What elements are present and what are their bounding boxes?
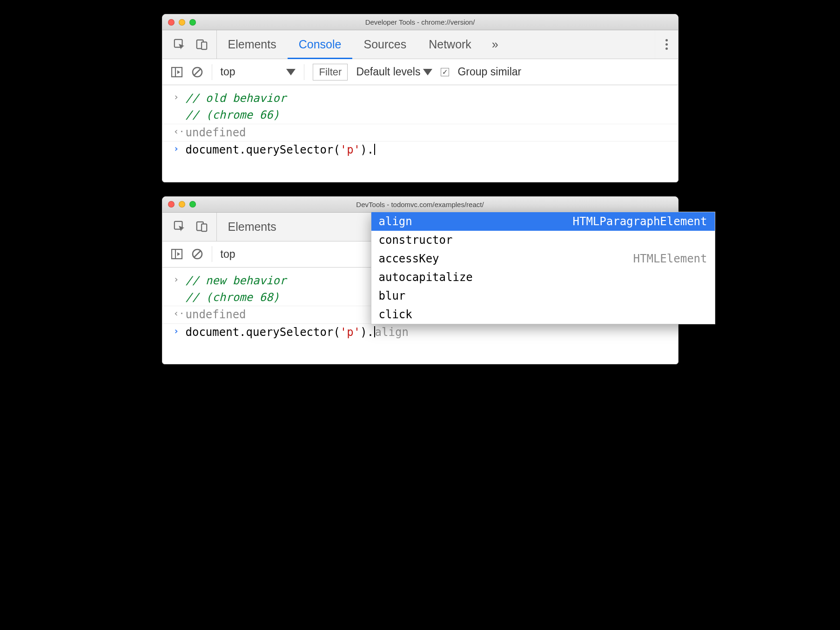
svg-rect-10	[172, 249, 182, 259]
group-similar-checkbox[interactable]: ✓	[441, 68, 449, 76]
context-selector[interactable]: top	[221, 248, 235, 261]
console-row: ‹· undefined	[162, 124, 678, 141]
traffic-lights	[168, 201, 196, 208]
autocomplete-ghost: align	[375, 326, 409, 339]
autocomplete-name: click	[379, 308, 412, 321]
close-icon[interactable]	[168, 19, 175, 26]
autocomplete-name: constructor	[379, 234, 453, 247]
svg-line-6	[194, 69, 201, 75]
context-label: top	[221, 248, 235, 261]
autocomplete-name: align	[379, 215, 412, 228]
autocomplete-item[interactable]: blur	[371, 287, 715, 305]
inspect-icon[interactable]	[174, 221, 186, 233]
autocomplete-type: HTMLParagraphElement	[573, 215, 707, 228]
maximize-icon[interactable]	[189, 201, 196, 208]
console-row: › // old behavior	[162, 90, 678, 107]
autocomplete-item[interactable]: accessKey HTMLElement	[371, 249, 715, 268]
minimize-icon[interactable]	[179, 201, 185, 208]
tabbar-left-tools	[162, 213, 217, 241]
inspect-icon[interactable]	[174, 39, 186, 51]
maximize-icon[interactable]	[189, 19, 196, 26]
tab-network[interactable]: Network	[417, 30, 483, 59]
console-comment: // old behavior	[186, 91, 667, 106]
clear-console-icon[interactable]	[191, 248, 203, 260]
chevron-down-icon	[423, 69, 432, 75]
autocomplete-name: blur	[379, 289, 406, 302]
minimize-icon[interactable]	[179, 19, 185, 26]
menu-icon[interactable]	[665, 39, 668, 50]
autocomplete-name: autocapitalize	[379, 271, 473, 284]
window-title: Developer Tools - chrome://version/	[162, 18, 678, 26]
tabbar-left-tools	[162, 30, 217, 59]
prompt-icon: ›	[174, 325, 186, 340]
close-icon[interactable]	[168, 201, 175, 208]
more-tabs-icon[interactable]: »	[483, 30, 508, 59]
console-row: // (chrome 66)	[162, 107, 678, 123]
tab-elements[interactable]: Elements	[217, 30, 288, 59]
console-body: › // old behavior // (chrome 66) ‹· unde…	[162, 85, 678, 182]
console-input-row[interactable]: › document.querySelector('p').align	[162, 323, 678, 341]
tabbar: Elements Console Sources Network »	[162, 30, 678, 59]
sidebar-toggle-icon[interactable]	[171, 66, 183, 78]
autocomplete-item[interactable]: click	[371, 305, 715, 324]
console-comment: // (chrome 66)	[186, 107, 667, 122]
chevron-down-icon	[286, 69, 296, 75]
autocomplete-type: HTMLElement	[633, 252, 707, 265]
titlebar[interactable]: Developer Tools - chrome://version/	[162, 14, 678, 30]
tabbar: Elements align HTMLParagraphElement cons…	[162, 213, 678, 241]
svg-rect-2	[202, 42, 207, 49]
titlebar[interactable]: DevTools - todomvc.com/examples/react/	[162, 197, 678, 213]
autocomplete-item[interactable]: constructor	[371, 231, 715, 249]
autocomplete-dropdown[interactable]: align HTMLParagraphElement constructor a…	[371, 212, 715, 324]
expand-icon[interactable]: ›	[174, 91, 186, 106]
context-label: top	[221, 66, 235, 78]
tabs: Elements Console Sources Network »	[217, 30, 655, 59]
sidebar-toggle-icon[interactable]	[171, 248, 183, 260]
svg-rect-9	[202, 224, 207, 231]
svg-line-13	[194, 251, 201, 257]
context-selector[interactable]: top	[221, 66, 296, 78]
svg-rect-3	[172, 67, 182, 77]
traffic-lights	[168, 19, 196, 26]
device-icon[interactable]	[196, 221, 208, 233]
autocomplete-item[interactable]: autocapitalize	[371, 268, 715, 287]
tabbar-right	[655, 30, 678, 59]
tab-sources[interactable]: Sources	[352, 30, 417, 59]
console-input[interactable]: document.querySelector('p').align	[186, 325, 667, 340]
levels-selector[interactable]: Default levels	[356, 66, 432, 78]
devtools-window-old: Developer Tools - chrome://version/ Elem…	[162, 14, 679, 182]
text-cursor	[374, 144, 375, 155]
separator	[212, 246, 212, 262]
autocomplete-item[interactable]: align HTMLParagraphElement	[371, 212, 715, 231]
filter-input[interactable]: Filter	[313, 64, 348, 80]
return-icon: ‹·	[174, 307, 186, 322]
device-icon[interactable]	[196, 39, 208, 51]
tab-elements[interactable]: Elements	[217, 213, 288, 241]
expand-icon[interactable]: ›	[174, 273, 186, 288]
tab-console[interactable]: Console	[288, 30, 353, 59]
console-toolbar: top Filter Default levels ✓ Group simila…	[162, 59, 678, 85]
separator	[212, 64, 212, 80]
levels-label: Default levels	[356, 66, 420, 78]
separator	[304, 64, 304, 80]
console-input[interactable]: document.querySelector('p').	[186, 142, 667, 157]
console-result: undefined	[186, 125, 667, 140]
group-similar-label: Group similar	[457, 66, 521, 78]
console-input-row[interactable]: › document.querySelector('p').	[162, 141, 678, 158]
autocomplete-name: accessKey	[379, 252, 439, 265]
prompt-icon: ›	[174, 142, 186, 157]
return-icon: ‹·	[174, 125, 186, 140]
window-title: DevTools - todomvc.com/examples/react/	[162, 201, 678, 208]
clear-console-icon[interactable]	[191, 66, 203, 78]
devtools-window-new: DevTools - todomvc.com/examples/react/ E…	[162, 196, 679, 365]
